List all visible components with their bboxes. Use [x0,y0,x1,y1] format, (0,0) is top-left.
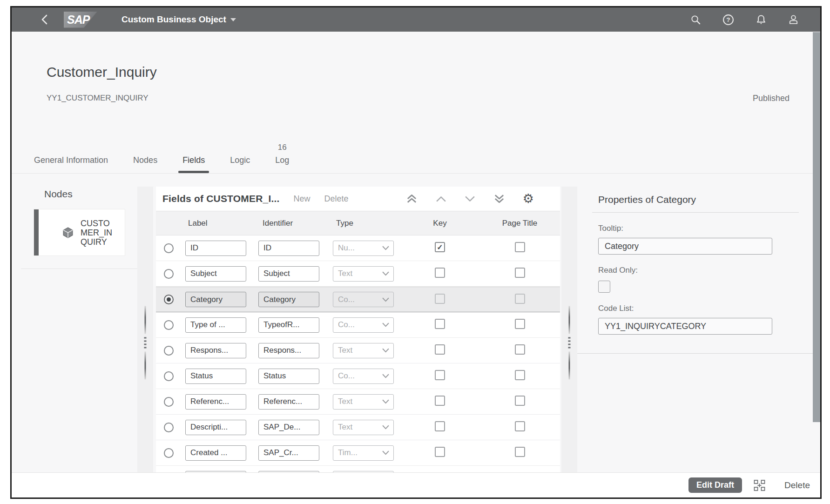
tab-nodes[interactable]: Nodes [133,155,157,173]
row-identifier-input[interactable]: Referenc... [258,394,319,410]
back-icon[interactable] [40,14,49,25]
row-page-title-checkbox[interactable] [515,447,525,457]
splitter-left[interactable] [137,187,153,472]
fields-toolbar: Fields of CUSTOMER_I... New Delete ⚙ [156,187,560,211]
row-key-checkbox[interactable] [435,294,445,304]
row-page-title-checkbox[interactable] [515,396,525,406]
row-type-select[interactable]: Nu... [333,241,394,256]
row-label-input[interactable]: Created ... [185,445,246,461]
row-type-select[interactable]: Text [333,266,394,282]
row-page-title-checkbox[interactable] [515,370,525,380]
row-identifier-input[interactable]: SAP_De... [258,420,319,435]
row-page-title-checkbox[interactable] [515,319,525,329]
row-identifier-input[interactable]: Category [258,292,319,307]
row-select-radio[interactable] [164,295,174,304]
read-only-checkbox[interactable] [598,281,610,293]
row-select-radio[interactable] [164,397,174,407]
row-select-radio[interactable] [164,320,174,330]
tooltip-label: Tooltip: [598,224,799,233]
row-page-title-checkbox[interactable] [515,268,525,278]
divider [21,269,137,269]
row-label-input[interactable]: Category [185,292,246,307]
tab-log[interactable]: 16Log [275,143,289,173]
row-page-title-checkbox[interactable] [515,294,525,304]
row-identifier-input[interactable]: Subject [258,266,319,282]
person-icon[interactable] [788,14,799,25]
row-type-select[interactable]: Tim... [333,445,394,461]
row-label-input[interactable]: Subject [185,266,246,282]
splitter-right[interactable] [561,187,577,472]
move-bottom-icon[interactable] [493,193,506,205]
edit-draft-button[interactable]: Edit Draft [688,477,742,493]
table-row[interactable]: ID ID Nu... [156,235,560,261]
row-select-radio[interactable] [164,448,174,458]
table-row[interactable]: Category Category Co... [156,287,560,312]
row-page-title-checkbox[interactable] [515,242,525,252]
gear-icon[interactable]: ⚙ [523,193,534,205]
table-row[interactable]: Type of ... TypeofR... Co... [156,312,560,338]
row-label-input[interactable]: ID [185,241,246,256]
chevron-down-icon [382,348,389,353]
row-select-radio[interactable] [164,269,174,279]
table-row[interactable]: Referenc... Referenc... Text [156,389,560,415]
row-key-checkbox[interactable] [435,370,445,380]
delete-draft-button[interactable]: Delete [784,480,810,491]
row-key-checkbox[interactable] [435,268,445,278]
row-label-input[interactable]: Referenc... [185,394,246,410]
row-select-radio[interactable] [164,423,174,432]
row-identifier-input[interactable]: Respons... [258,343,319,358]
row-type-select[interactable]: Text [333,343,394,358]
new-button[interactable]: New [294,194,310,204]
move-down-icon[interactable] [464,195,476,202]
table-row[interactable]: Created ... SAP_Cr... Text [156,466,560,472]
table-row[interactable]: Descripti... SAP_De... Text [156,415,560,440]
node-item-customer-inquiry[interactable]: CUSTOMER_INQUIRY [34,209,125,256]
table-row[interactable]: Respons... Respons... Text [156,338,560,363]
bell-icon[interactable] [756,14,767,26]
row-label-input[interactable]: Descripti... [185,420,246,435]
row-select-radio[interactable] [164,371,174,381]
row-key-checkbox[interactable] [435,242,445,252]
code-list-label: Code List: [598,304,799,313]
object-page-header: Customer_Inquiry YY1_CUSTOMER_INQUIRY Pu… [12,32,820,174]
sitemap-icon[interactable] [753,479,766,491]
row-type-select[interactable]: Co... [333,292,394,307]
move-top-icon[interactable] [405,193,418,205]
row-select-radio[interactable] [164,346,174,356]
tab-logic[interactable]: Logic [230,155,250,173]
row-key-checkbox[interactable] [435,319,445,329]
row-label-input[interactable]: Type of ... [185,317,246,333]
row-page-title-checkbox[interactable] [515,421,525,431]
app-title-menu[interactable]: Custom Business Object [121,14,236,25]
table-row[interactable]: Created ... SAP_Cr... Tim... [156,440,560,466]
table-row[interactable]: Subject Subject Text [156,261,560,287]
help-icon[interactable]: ? [722,14,734,26]
table-row[interactable]: Status Status Co... [156,363,560,389]
move-up-icon[interactable] [435,195,447,202]
sap-logo: SAP [64,12,97,28]
row-key-checkbox[interactable] [435,344,445,355]
row-key-checkbox[interactable] [435,421,445,431]
row-type-select[interactable]: Co... [333,369,394,384]
code-list-input[interactable]: YY1_INQUIRYCATEGORY [598,318,772,335]
row-label-input[interactable]: Status [185,369,246,384]
row-identifier-input[interactable]: Status [258,369,319,384]
row-key-checkbox[interactable] [435,396,445,406]
row-label-input[interactable]: Respons... [185,343,246,358]
delete-button[interactable]: Delete [324,194,349,204]
row-key-checkbox[interactable] [435,447,445,457]
row-select-radio[interactable] [164,243,174,253]
tab-bar: General Information Nodes Fields Logic 1… [34,143,289,173]
row-identifier-input[interactable]: ID [258,241,319,256]
row-page-title-checkbox[interactable] [515,344,525,355]
tab-fields[interactable]: Fields [182,155,205,173]
row-identifier-input[interactable]: SAP_Cr... [258,445,319,461]
search-icon[interactable] [690,14,701,25]
tab-general-information[interactable]: General Information [34,155,108,173]
tooltip-input[interactable]: Category [598,238,772,255]
row-type-select[interactable]: Text [333,420,394,435]
vertical-scrollbar[interactable] [813,32,820,422]
row-identifier-input[interactable]: TypeofR... [258,317,319,333]
row-type-select[interactable]: Text [333,394,394,410]
row-type-select[interactable]: Co... [333,317,394,333]
